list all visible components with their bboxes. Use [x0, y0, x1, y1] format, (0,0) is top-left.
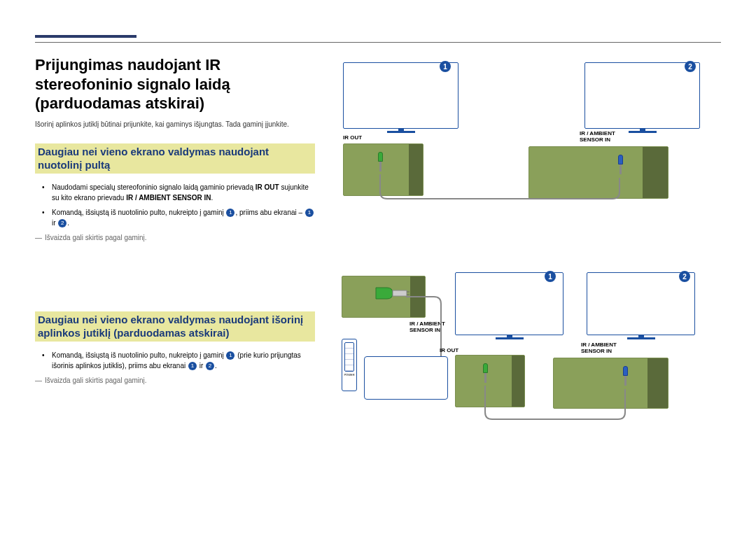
section1-note: Išvaizda gali skirtis pagal gaminį. [35, 234, 315, 241]
section1-bullet1: Naudodami specialų stereofoninio signalo… [52, 182, 315, 203]
page-title: Prijungimas naudojant IR stereofoninio s… [35, 55, 315, 113]
section-external-sensor: Daugiau nei vieno ekrano valdymas naudoj… [35, 311, 315, 384]
section1-bullet2: Komandą, išsiųstą iš nuotolinio pulto, n… [52, 207, 315, 228]
text-column: Prijungimas naudojant IR stereofoninio s… [35, 55, 315, 426]
diagram-remote-control: 1 2 IR OUT IR / AMBIENT SENSOR IN [336, 62, 721, 209]
diagram-external-sensor: IR / AMBIENT SENSOR IN POWER 1 2 IR OUT … [336, 272, 721, 426]
header-divider [35, 42, 721, 43]
header-accent-bar [35, 35, 136, 38]
section2-bullet1: Komandą, išsiųstą iš nuotolinio pulto, n… [52, 350, 315, 371]
num-1-inline-icon: 1 [188, 362, 197, 370]
section1-heading: Daugiau nei vieno ekrano valdymas naudoj… [35, 143, 315, 174]
num-2-inline-icon: 2 [206, 362, 214, 370]
section-remote: Daugiau nei vieno ekrano valdymas naudoj… [35, 143, 315, 241]
num-1-inline-icon: 1 [226, 351, 234, 360]
cable-icon [336, 62, 721, 209]
intro-text: Išorinį aplinkos jutiklį būtinai prijunk… [35, 120, 315, 128]
cable-2-icon [336, 272, 721, 426]
section2-heading: Daugiau nei vieno ekrano valdymas naudoj… [35, 311, 315, 342]
num-1-inline-icon: 1 [305, 209, 314, 217]
num-1-inline-icon: 1 [226, 209, 234, 217]
section2-note: Išvaizda gali skirtis pagal gaminį. [35, 377, 315, 384]
num-2-inline-icon: 2 [58, 219, 66, 227]
diagram-column: 1 2 IR OUT IR / AMBIENT SENSOR IN IR / A… [336, 55, 721, 426]
